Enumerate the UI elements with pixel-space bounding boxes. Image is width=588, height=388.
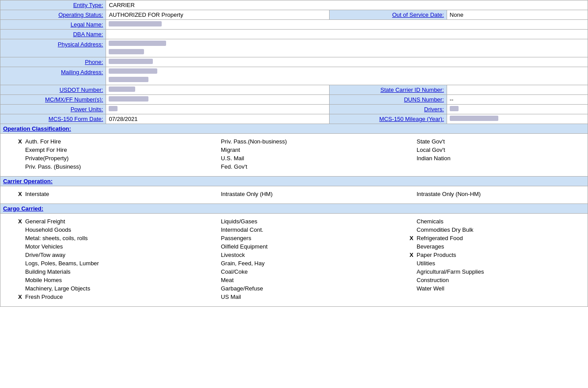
legal-name-label[interactable]: Legal Name: [0,20,106,30]
power-units-label[interactable]: Power Units: [0,105,106,114]
mailing-address-line2-redacted [109,77,148,82]
drivers-label[interactable]: Drivers: [329,105,447,114]
entity-type-label[interactable]: Entity Type: [0,0,106,10]
class-item-label: Exempt For Hire [25,147,67,153]
mc-redacted [109,96,148,102]
class-item: U.S. Mail [214,155,392,162]
class-item-label: Intermodal Cont. [221,226,263,233]
mcs150-date-label[interactable]: MCS-150 Form Date: [0,114,106,124]
carrier-op-col2: Intrastate Only (HM) [196,191,392,199]
mcs150-row: MCS-150 Form Date: 07/28/2021 MCS-150 Mi… [0,114,588,124]
class-item: Passengers [214,235,392,241]
class-item-label: Interstate [25,191,49,197]
carrier-operation-header: Carrier Operation: [0,177,588,186]
carrier-op-col3: Intrastate Only (Non-HM) [392,191,588,199]
class-item: Livestock [214,252,392,258]
checked-mark: X [18,218,23,225]
class-item: Water Well [410,285,588,292]
class-item: Coal/Coke [214,268,392,275]
legal-name-redacted [109,21,162,26]
dba-name-value [106,30,588,39]
physical-address-line1-redacted [109,41,166,46]
class-item-label: Fresh Produce [25,294,63,300]
class-item-label: Logs, Poles, Beams, Lumber [25,260,99,267]
operation-classification-header-row: Operation Classification: [0,124,588,134]
class-item-label: State Gov't [417,138,445,145]
class-item-label: Passengers [221,235,251,241]
mc-label[interactable]: MC/MX/FF Number(s): [0,95,106,105]
operation-classification-header: Operation Classification: [0,124,588,134]
dba-name-label[interactable]: DBA Name: [0,30,106,39]
phone-redacted [109,59,153,64]
phone-label[interactable]: Phone: [0,57,106,67]
class-item-label: Migrant [221,147,240,153]
class-item: Household Goods [18,226,196,233]
legal-name-row: Legal Name: [0,20,588,30]
class-item: Priv. Pass.(Non-business) [214,138,392,145]
mailing-address-row: Mailing Address: [0,67,588,85]
physical-address-line2-redacted [109,49,144,54]
cargo-carried-content: XGeneral FreightHousehold GoodsMetal: sh… [0,214,588,307]
physical-address-row: Physical Address: [0,39,588,57]
class-item: Construction [410,277,588,283]
mailing-address-label[interactable]: Mailing Address: [0,67,106,85]
class-item-label: Drive/Tow away [25,252,65,258]
class-item: Fed. Gov't [214,163,392,170]
mcs150-mileage-label[interactable]: MCS-150 Mileage (Year): [329,114,447,124]
class-item: Local Gov't [410,147,588,153]
phone-row: Phone: [0,57,588,67]
drivers-redacted [450,106,459,111]
usdot-redacted [109,87,135,92]
class-item-label: Construction [417,277,449,283]
class-item: Logs, Poles, Beams, Lumber [18,260,196,267]
power-units-value [106,105,329,114]
class-item: State Gov't [410,138,588,145]
class-item-label: Local Gov't [417,147,445,153]
class-item-label: Intrastate Only (HM) [221,191,273,197]
class-item-label: U.S. Mail [221,155,244,162]
class-item: Chemicals [410,218,588,225]
class-item-label: Agricultural/Farm Supplies [417,268,484,275]
class-item: Mobile Homes [18,277,196,283]
class-item-label: Intrastate Only (Non-HM) [417,191,481,197]
class-item-label: Private(Property) [25,155,68,162]
operation-classification-grid: XAuth. For HireExempt For HirePrivate(Pr… [0,134,588,176]
class-item: Intermodal Cont. [214,226,392,233]
operating-status-label[interactable]: Operating Status: [0,10,106,20]
cargo-carried-header-row: Cargo Carried: [0,204,588,214]
class-item: Utilities [410,260,588,267]
class-item-label: Meat [221,277,234,283]
class-item: Private(Property) [18,155,196,162]
class-item: Machinery, Large Objects [18,285,196,292]
class-item-label: Coal/Coke [221,268,248,275]
class-item-label: General Freight [25,218,65,225]
power-units-redacted [109,106,118,111]
cargo-col2: Liquids/GasesIntermodal Cont.PassengersO… [196,218,392,302]
carrier-op-col1: XInterstate [0,191,196,199]
class-item-label: Grain, Feed, Hay [221,260,265,267]
out-of-service-date-label[interactable]: Out of Service Date: [329,10,447,20]
usdot-row: USDOT Number: State Carrier ID Number: [0,85,588,95]
class-item-label: Refrigerated Food [417,235,463,241]
dba-name-row: DBA Name: [0,30,588,39]
phone-value [106,57,588,67]
class-item: Beverages [410,243,588,250]
class-item-label: Livestock [221,252,245,258]
checked-mark: X [410,252,415,258]
class-item: Commodities Dry Bulk [410,226,588,233]
checked-mark: X [18,138,23,145]
class-item: Metal: sheets, coils, rolls [18,235,196,241]
class-item-label: Building Materials [25,268,71,275]
class-item: Intrastate Only (Non-HM) [410,191,588,197]
cargo-col1: XGeneral FreightHousehold GoodsMetal: sh… [0,218,196,302]
legal-name-value [106,20,588,30]
class-item: Meat [214,277,392,283]
class-item-label: Oilfield Equipment [221,243,268,250]
usdot-label[interactable]: USDOT Number: [0,85,106,95]
state-carrier-label[interactable]: State Carrier ID Number: [329,85,447,95]
physical-address-label[interactable]: Physical Address: [0,39,106,57]
op-class-col2: Priv. Pass.(Non-business)MigrantU.S. Mai… [196,138,392,172]
duns-label[interactable]: DUNS Number: [329,95,447,105]
class-item-label: Liquids/Gases [221,218,257,225]
class-item-label: Metal: sheets, coils, rolls [25,235,88,241]
